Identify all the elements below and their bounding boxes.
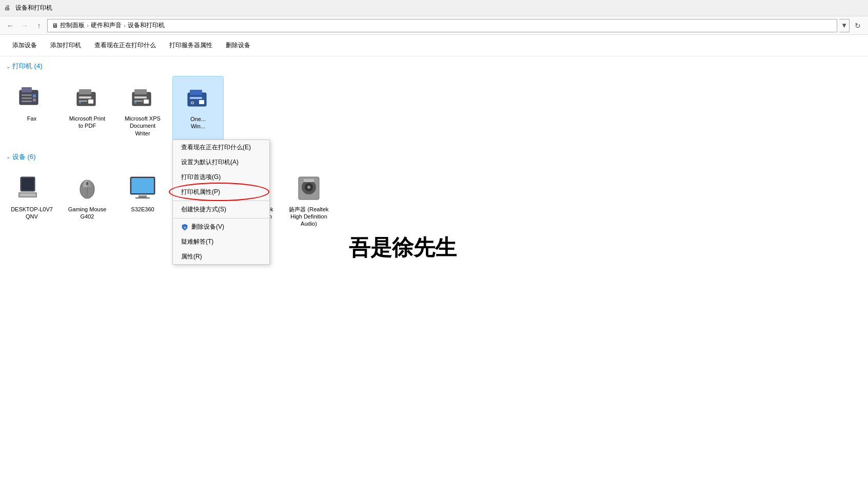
gaming-mouse-label: Gaming MouseG402 [68, 206, 107, 221]
svg-rect-32 [131, 178, 154, 193]
svg-text:O: O [191, 101, 194, 105]
device-onenote[interactable]: O One...Win... [172, 76, 224, 141]
shield-icon: ★ [181, 224, 188, 231]
svg-rect-29 [86, 182, 88, 185]
refresh-button[interactable]: ↻ [852, 19, 864, 32]
speaker-icon [292, 171, 325, 204]
context-set-default-label: 设置为默认打印机(A) [181, 158, 239, 167]
device-monitor[interactable]: S32E360 [117, 167, 168, 232]
context-view-print-label: 查看现在正在打印什么(E) [181, 143, 251, 152]
context-menu-troubleshoot[interactable]: 疑难解答(T) [173, 234, 269, 249]
svg-rect-4 [22, 101, 32, 102]
address-icon: 🖥 [52, 22, 58, 29]
printers-section-label: 打印机 (4) [12, 62, 43, 71]
svg-rect-16 [144, 100, 149, 104]
address-part-2: 硬件和声音 [91, 21, 122, 30]
context-menu-set-default[interactable]: 设置为默认打印机(A) [173, 155, 269, 170]
device-print-to-pdf[interactable]: Microsoft Printto PDF [62, 76, 113, 141]
context-menu: 查看现在正在打印什么(E) 设置为默认打印机(A) 打印首选项(G) 打印机属性… [172, 140, 270, 265]
add-printer-button[interactable]: 添加打印机 [44, 38, 87, 53]
address-part-1: 控制面板 [60, 21, 85, 30]
device-desktop[interactable]: DESKTOP-L0V7QNV [6, 167, 57, 232]
back-button[interactable]: ← [4, 19, 16, 32]
fax-icon [15, 80, 48, 113]
print-to-pdf-label: Microsoft Printto PDF [69, 115, 105, 130]
xps-label: Microsoft XPSDocumentWriter [125, 115, 161, 137]
printers-grid: Fax Microsoft Printto PDF [0, 74, 868, 147]
context-menu-remove-device[interactable]: ★ 删除设备(V) [173, 220, 269, 234]
fax-label: Fax [27, 115, 36, 122]
svg-rect-33 [139, 195, 147, 197]
breadcrumb-sep-1: › [87, 22, 89, 29]
forward-button[interactable]: → [18, 19, 31, 32]
svg-rect-3 [22, 97, 32, 99]
print-to-pdf-icon [71, 80, 104, 113]
svg-rect-6 [33, 98, 36, 102]
context-sep-1 [173, 201, 269, 201]
context-properties-label: 属性(R) [181, 252, 202, 261]
svg-rect-34 [135, 197, 150, 198]
monitor-label: S32E360 [131, 206, 154, 213]
onenote-label: One...Win... [190, 115, 206, 130]
context-menu-create-shortcut[interactable]: 创建快捷方式(S) [173, 202, 269, 217]
printers-section-header[interactable]: ⌄ 打印机 (4) [0, 56, 868, 74]
print-server-button[interactable]: 打印服务器属性 [163, 38, 219, 53]
address-dropdown-button[interactable]: ▼ [839, 19, 850, 32]
window-title: 设备和打印机 [15, 4, 52, 12]
breadcrumb-sep-2: › [124, 22, 126, 29]
context-sep-2 [173, 218, 269, 218]
nav-bar: ← → ↑ 🖥 控制面板 › 硬件和声音 › 设备和打印机 ▼ ↻ [0, 16, 868, 35]
svg-rect-22 [199, 100, 204, 104]
svg-point-12 [79, 102, 81, 104]
device-fax[interactable]: Fax [6, 76, 57, 141]
window-icon: 🖨 [4, 4, 12, 12]
devices-grid: DESKTOP-L0V7QNV Gaming MouseG402 [0, 165, 868, 238]
svg-rect-9 [79, 96, 91, 98]
context-menu-view-print[interactable]: 查看现在正在打印什么(E) [173, 140, 269, 155]
context-printer-props-label: 打印机属性(P) [181, 188, 220, 196]
gaming-mouse-icon [71, 171, 104, 204]
svg-rect-1 [22, 87, 32, 92]
svg-rect-21 [190, 97, 202, 99]
context-create-shortcut-label: 创建快捷方式(S) [181, 205, 226, 214]
devices-section-label: 设备 (6) [12, 152, 36, 162]
desktop-label: DESKTOP-L0V7QNV [11, 206, 53, 221]
printers-chevron: ⌄ [6, 64, 10, 69]
context-troubleshoot-label: 疑难解答(T) [181, 237, 213, 246]
toolbar: 添加设备 添加打印机 查看现在正在打印什么 打印服务器属性 删除设备 [0, 35, 868, 56]
device-gaming-mouse[interactable]: Gaming MouseG402 [62, 167, 113, 232]
svg-point-54 [307, 186, 310, 189]
svg-rect-17 [134, 101, 143, 102]
monitor-icon [126, 171, 159, 204]
svg-rect-55 [304, 179, 314, 182]
svg-rect-11 [79, 101, 87, 102]
svg-rect-25 [22, 178, 34, 190]
view-print-button[interactable]: 查看现在正在打印什么 [88, 38, 162, 53]
remove-device-button[interactable]: 删除设备 [220, 38, 257, 53]
up-button[interactable]: ↑ [33, 19, 45, 32]
svg-rect-10 [88, 100, 93, 104]
svg-rect-5 [33, 94, 36, 97]
context-print-pref-label: 打印首选项(G) [181, 173, 221, 182]
desktop-icon [15, 171, 48, 204]
title-bar: 🖨 设备和打印机 [0, 0, 868, 16]
address-bar: 🖥 控制面板 › 硬件和声音 › 设备和打印机 [47, 19, 837, 32]
svg-rect-27 [19, 193, 36, 196]
address-part-3: 设备和打印机 [128, 21, 165, 30]
watermark-text: 吾是徐先生 [349, 233, 457, 262]
svg-rect-8 [79, 89, 91, 94]
svg-rect-14 [134, 89, 147, 94]
device-xps[interactable]: Microsoft XPSDocumentWriter [117, 76, 168, 141]
svg-rect-2 [22, 94, 32, 96]
devices-section-header[interactable]: ⌄ 设备 (6) [0, 147, 868, 165]
context-menu-properties[interactable]: 属性(R) [173, 249, 269, 264]
device-speaker[interactable]: 扬声器 (RealtekHigh DefinitionAudio) [283, 167, 334, 232]
context-menu-printer-props[interactable]: 打印机属性(P) [173, 185, 269, 200]
main-content: ⌄ 打印机 (4) Fax [0, 56, 868, 497]
svg-rect-20 [190, 90, 202, 95]
add-device-button[interactable]: 添加设备 [6, 38, 43, 53]
xps-icon [126, 80, 159, 113]
context-menu-print-pref[interactable]: 打印首选项(G) [173, 170, 269, 185]
devices-chevron: ⌄ [6, 154, 10, 160]
onenote-icon: O [182, 81, 214, 113]
